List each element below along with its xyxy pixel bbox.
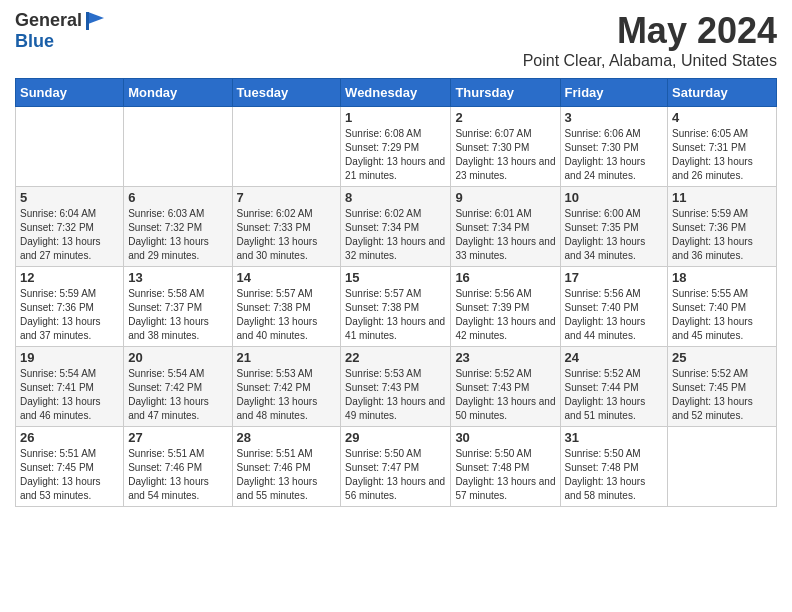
main-title: May 2024 [523, 10, 777, 52]
day-cell: 18Sunrise: 5:55 AM Sunset: 7:40 PM Dayli… [668, 267, 777, 347]
day-cell: 24Sunrise: 5:52 AM Sunset: 7:44 PM Dayli… [560, 347, 668, 427]
day-number: 7 [237, 190, 337, 205]
day-cell: 10Sunrise: 6:00 AM Sunset: 7:35 PM Dayli… [560, 187, 668, 267]
day-cell: 13Sunrise: 5:58 AM Sunset: 7:37 PM Dayli… [124, 267, 232, 347]
week-row-1: 1Sunrise: 6:08 AM Sunset: 7:29 PM Daylig… [16, 107, 777, 187]
day-number: 11 [672, 190, 772, 205]
day-number: 31 [565, 430, 664, 445]
day-cell: 19Sunrise: 5:54 AM Sunset: 7:41 PM Dayli… [16, 347, 124, 427]
day-cell: 9Sunrise: 6:01 AM Sunset: 7:34 PM Daylig… [451, 187, 560, 267]
week-row-3: 12Sunrise: 5:59 AM Sunset: 7:36 PM Dayli… [16, 267, 777, 347]
day-cell: 16Sunrise: 5:56 AM Sunset: 7:39 PM Dayli… [451, 267, 560, 347]
day-number: 30 [455, 430, 555, 445]
day-cell: 22Sunrise: 5:53 AM Sunset: 7:43 PM Dayli… [341, 347, 451, 427]
weekday-header-row: SundayMondayTuesdayWednesdayThursdayFrid… [16, 79, 777, 107]
day-info: Sunrise: 5:58 AM Sunset: 7:37 PM Dayligh… [128, 287, 227, 343]
day-cell: 4Sunrise: 6:05 AM Sunset: 7:31 PM Daylig… [668, 107, 777, 187]
day-number: 20 [128, 350, 227, 365]
weekday-header-monday: Monday [124, 79, 232, 107]
weekday-header-sunday: Sunday [16, 79, 124, 107]
day-cell [232, 107, 341, 187]
day-cell: 2Sunrise: 6:07 AM Sunset: 7:30 PM Daylig… [451, 107, 560, 187]
day-number: 25 [672, 350, 772, 365]
day-cell [668, 427, 777, 507]
day-number: 24 [565, 350, 664, 365]
day-number: 5 [20, 190, 119, 205]
day-info: Sunrise: 5:54 AM Sunset: 7:42 PM Dayligh… [128, 367, 227, 423]
weekday-header-tuesday: Tuesday [232, 79, 341, 107]
day-info: Sunrise: 6:05 AM Sunset: 7:31 PM Dayligh… [672, 127, 772, 183]
day-info: Sunrise: 5:52 AM Sunset: 7:43 PM Dayligh… [455, 367, 555, 423]
day-cell: 1Sunrise: 6:08 AM Sunset: 7:29 PM Daylig… [341, 107, 451, 187]
day-number: 15 [345, 270, 446, 285]
day-number: 6 [128, 190, 227, 205]
day-number: 19 [20, 350, 119, 365]
day-number: 8 [345, 190, 446, 205]
day-number: 9 [455, 190, 555, 205]
day-number: 28 [237, 430, 337, 445]
week-row-4: 19Sunrise: 5:54 AM Sunset: 7:41 PM Dayli… [16, 347, 777, 427]
day-cell: 11Sunrise: 5:59 AM Sunset: 7:36 PM Dayli… [668, 187, 777, 267]
weekday-header-friday: Friday [560, 79, 668, 107]
calendar: SundayMondayTuesdayWednesdayThursdayFrid… [15, 78, 777, 507]
day-info: Sunrise: 5:51 AM Sunset: 7:46 PM Dayligh… [237, 447, 337, 503]
day-number: 17 [565, 270, 664, 285]
day-info: Sunrise: 5:52 AM Sunset: 7:45 PM Dayligh… [672, 367, 772, 423]
day-number: 3 [565, 110, 664, 125]
day-number: 4 [672, 110, 772, 125]
day-cell: 17Sunrise: 5:56 AM Sunset: 7:40 PM Dayli… [560, 267, 668, 347]
day-cell: 27Sunrise: 5:51 AM Sunset: 7:46 PM Dayli… [124, 427, 232, 507]
day-cell [16, 107, 124, 187]
svg-rect-1 [86, 12, 89, 30]
week-row-5: 26Sunrise: 5:51 AM Sunset: 7:45 PM Dayli… [16, 427, 777, 507]
day-info: Sunrise: 6:08 AM Sunset: 7:29 PM Dayligh… [345, 127, 446, 183]
logo-flag-icon [84, 10, 106, 32]
day-number: 16 [455, 270, 555, 285]
day-info: Sunrise: 5:53 AM Sunset: 7:43 PM Dayligh… [345, 367, 446, 423]
day-info: Sunrise: 5:50 AM Sunset: 7:48 PM Dayligh… [565, 447, 664, 503]
logo: General Blue [15, 10, 106, 52]
day-info: Sunrise: 6:07 AM Sunset: 7:30 PM Dayligh… [455, 127, 555, 183]
day-info: Sunrise: 6:01 AM Sunset: 7:34 PM Dayligh… [455, 207, 555, 263]
day-cell: 21Sunrise: 5:53 AM Sunset: 7:42 PM Dayli… [232, 347, 341, 427]
day-info: Sunrise: 6:06 AM Sunset: 7:30 PM Dayligh… [565, 127, 664, 183]
day-info: Sunrise: 5:51 AM Sunset: 7:45 PM Dayligh… [20, 447, 119, 503]
day-number: 12 [20, 270, 119, 285]
day-info: Sunrise: 5:59 AM Sunset: 7:36 PM Dayligh… [672, 207, 772, 263]
day-info: Sunrise: 6:03 AM Sunset: 7:32 PM Dayligh… [128, 207, 227, 263]
weekday-header-thursday: Thursday [451, 79, 560, 107]
day-cell: 28Sunrise: 5:51 AM Sunset: 7:46 PM Dayli… [232, 427, 341, 507]
logo-general-text: General [15, 11, 82, 31]
day-info: Sunrise: 5:59 AM Sunset: 7:36 PM Dayligh… [20, 287, 119, 343]
subtitle: Point Clear, Alabama, United States [523, 52, 777, 70]
day-cell: 15Sunrise: 5:57 AM Sunset: 7:38 PM Dayli… [341, 267, 451, 347]
svg-marker-0 [88, 12, 104, 24]
day-info: Sunrise: 5:56 AM Sunset: 7:39 PM Dayligh… [455, 287, 555, 343]
day-cell: 31Sunrise: 5:50 AM Sunset: 7:48 PM Dayli… [560, 427, 668, 507]
day-number: 2 [455, 110, 555, 125]
day-number: 29 [345, 430, 446, 445]
day-info: Sunrise: 5:50 AM Sunset: 7:47 PM Dayligh… [345, 447, 446, 503]
day-cell: 7Sunrise: 6:02 AM Sunset: 7:33 PM Daylig… [232, 187, 341, 267]
day-number: 18 [672, 270, 772, 285]
day-cell: 3Sunrise: 6:06 AM Sunset: 7:30 PM Daylig… [560, 107, 668, 187]
day-info: Sunrise: 5:56 AM Sunset: 7:40 PM Dayligh… [565, 287, 664, 343]
day-number: 14 [237, 270, 337, 285]
day-info: Sunrise: 6:02 AM Sunset: 7:33 PM Dayligh… [237, 207, 337, 263]
day-cell: 30Sunrise: 5:50 AM Sunset: 7:48 PM Dayli… [451, 427, 560, 507]
week-row-2: 5Sunrise: 6:04 AM Sunset: 7:32 PM Daylig… [16, 187, 777, 267]
day-info: Sunrise: 5:52 AM Sunset: 7:44 PM Dayligh… [565, 367, 664, 423]
day-cell: 5Sunrise: 6:04 AM Sunset: 7:32 PM Daylig… [16, 187, 124, 267]
day-info: Sunrise: 6:04 AM Sunset: 7:32 PM Dayligh… [20, 207, 119, 263]
day-number: 22 [345, 350, 446, 365]
day-info: Sunrise: 5:51 AM Sunset: 7:46 PM Dayligh… [128, 447, 227, 503]
header: General Blue May 2024 Point Clear, Alaba… [15, 10, 777, 70]
day-info: Sunrise: 6:02 AM Sunset: 7:34 PM Dayligh… [345, 207, 446, 263]
day-cell: 12Sunrise: 5:59 AM Sunset: 7:36 PM Dayli… [16, 267, 124, 347]
day-cell: 29Sunrise: 5:50 AM Sunset: 7:47 PM Dayli… [341, 427, 451, 507]
day-number: 1 [345, 110, 446, 125]
day-number: 10 [565, 190, 664, 205]
day-info: Sunrise: 5:50 AM Sunset: 7:48 PM Dayligh… [455, 447, 555, 503]
day-number: 27 [128, 430, 227, 445]
weekday-header-saturday: Saturday [668, 79, 777, 107]
